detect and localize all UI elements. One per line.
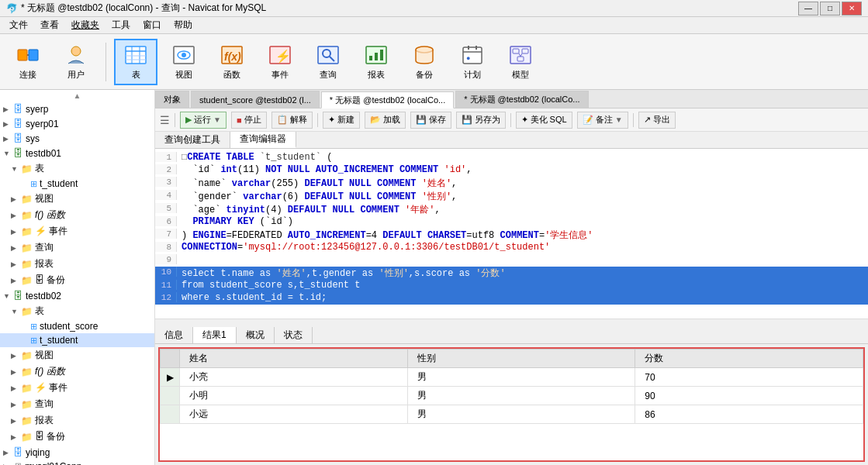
- result-tab-result1-label: 结果1: [202, 329, 227, 342]
- minimize-button[interactable]: —: [798, 2, 818, 16]
- main-layout: ▲ ▶ 🗄 syerp ▶ 🗄 syerp01 ▶ 🗄 sys ▼ 🗄 test…: [0, 90, 868, 465]
- result-tabs: 信息 结果1 概况 状态: [155, 327, 868, 344]
- save-button[interactable]: 💾 保存: [410, 112, 451, 129]
- menu-file[interactable]: 文件: [3, 17, 34, 33]
- sidebar-label: f() 函数: [35, 365, 65, 378]
- expand-arrow: ▶: [11, 195, 19, 203]
- app-icon: 🐬: [6, 3, 18, 14]
- sidebar-item-mysql01conn[interactable]: ▶ 🖥 mysql01Conn: [0, 460, 154, 465]
- sidebar-item-testdb01-functions[interactable]: ▶ 📁 f() 函数: [0, 207, 154, 223]
- table-row[interactable]: 小远 男 86: [161, 405, 863, 424]
- folder-icon: 📁: [21, 367, 33, 377]
- table-row[interactable]: 小明 男 90: [161, 387, 863, 405]
- comment-dropdown-icon: ▼: [615, 115, 623, 124]
- sidebar-scroll-up[interactable]: ▲: [0, 90, 154, 102]
- sidebar-item-t-student-db01[interactable]: ⊞ t_student: [0, 177, 154, 191]
- result-tab-overview[interactable]: 概况: [237, 327, 275, 343]
- load-button[interactable]: 📂 加载: [365, 112, 406, 129]
- beautify-button[interactable]: ✦ 美化 SQL: [516, 112, 572, 129]
- sidebar-item-student-score[interactable]: ⊞ student_score: [0, 319, 154, 333]
- sidebar-item-testdb02-backup[interactable]: ▶ 📁 🗄 备份: [0, 429, 154, 445]
- tab-untitled-2[interactable]: * 无标题 @testdb02 (localCo...: [455, 91, 588, 108]
- window-controls[interactable]: — □ ✕: [798, 2, 862, 16]
- sidebar-item-testdb01-backup[interactable]: ▶ 📁 🗄 备份: [0, 272, 154, 288]
- result-tab-result1[interactable]: 结果1: [193, 327, 237, 343]
- sidebar-label: 表: [35, 305, 44, 318]
- tool-table[interactable]: 表: [114, 39, 157, 85]
- report-icon: [364, 43, 389, 67]
- run-button[interactable]: ▶ 运行 ▼: [180, 112, 227, 129]
- menu-icon-button[interactable]: ☰: [160, 114, 170, 126]
- close-button[interactable]: ✕: [842, 2, 862, 16]
- menu-tools[interactable]: 工具: [105, 17, 137, 33]
- stop-button[interactable]: ■ 停止: [231, 112, 267, 129]
- tab-untitled-1[interactable]: * 无标题 @testdb02 (localCo...: [321, 91, 454, 108]
- sidebar-item-testdb02-functions[interactable]: ▶ 📁 f() 函数: [0, 363, 154, 380]
- tool-backup[interactable]: 备份: [403, 39, 446, 85]
- sidebar-item-testdb01-queries[interactable]: ▶ 📁 查询: [0, 239, 154, 256]
- sidebar-item-testdb01-reports[interactable]: ▶ 📁 报表: [0, 256, 154, 272]
- tab-student-score[interactable]: student_score @testdb02 (l...: [191, 91, 320, 108]
- sidebar-item-syerp[interactable]: ▶ 🗄 syerp: [0, 102, 154, 116]
- sidebar-item-syerp01[interactable]: ▶ 🗄 syerp01: [0, 116, 154, 131]
- tool-event[interactable]: ⚡ 事件: [258, 39, 302, 85]
- sidebar-label: 报表: [35, 257, 54, 270]
- export-button[interactable]: ↗ 导出: [638, 112, 676, 129]
- sidebar-item-testdb02-tables[interactable]: ▼ 📁 表: [0, 303, 154, 319]
- maximize-button[interactable]: □: [820, 2, 840, 16]
- tool-connect[interactable]: 连接: [6, 39, 50, 85]
- sidebar-item-testdb01-views[interactable]: ▶ 📁 视图: [0, 191, 154, 207]
- code-editor[interactable]: 1 □CREATE TABLE `t_student` ( 2 `id` int…: [155, 149, 868, 319]
- menu-view[interactable]: 查看: [34, 17, 65, 33]
- tool-function[interactable]: f(x) 函数: [210, 39, 254, 85]
- tool-function-label: 函数: [223, 69, 240, 81]
- title-bar: 🐬 * 无标题 @testdb02 (localConn) - 查询 - Nav…: [0, 0, 868, 17]
- sidebar-item-testdb02-reports[interactable]: ▶ 📁 报表: [0, 412, 154, 429]
- code-line-7: 7 ) ENGINE=FEDERATED AUTO_INCREMENT=4 DE…: [155, 229, 868, 242]
- result-tab-info[interactable]: 信息: [155, 327, 193, 343]
- saveas-label: 另存为: [475, 114, 500, 126]
- tool-view[interactable]: 视图: [162, 39, 206, 85]
- tab-untitled-2-label: * 无标题 @testdb02 (localCo...: [464, 94, 579, 105]
- saveas-icon: 💾: [462, 115, 472, 125]
- tool-model[interactable]: 模型: [499, 39, 542, 85]
- sidebar-label: student_score: [40, 321, 98, 332]
- tab-objects[interactable]: 对象: [155, 91, 189, 108]
- sidebar-item-testdb01-tables[interactable]: ▼ 📁 表: [0, 160, 154, 177]
- folder-icon: 📁: [21, 306, 33, 317]
- sidebar-item-testdb02[interactable]: ▼ 🗄 testdb02: [0, 288, 154, 303]
- query-icon: [316, 43, 341, 67]
- action-sep: [175, 113, 175, 127]
- tool-user[interactable]: 用户: [54, 39, 98, 85]
- sidebar-item-testdb01[interactable]: ▼ 🗄 testdb01: [0, 146, 154, 160]
- comment-button[interactable]: 📝 备注 ▼: [577, 112, 628, 129]
- table-row[interactable]: ▶ 小亮 男 70: [161, 368, 863, 387]
- sidebar-item-testdb02-views[interactable]: ▶ 📁 视图: [0, 347, 154, 363]
- query-tab-builder[interactable]: 查询创建工具: [155, 132, 230, 148]
- sidebar-item-t-student-db02[interactable]: ⊞ t_student: [0, 333, 154, 347]
- view-icon: [171, 43, 196, 67]
- explain-button[interactable]: 📋 解释: [271, 112, 313, 129]
- title-text: * 无标题 @testdb02 (localConn) - 查询 - Navic…: [21, 2, 266, 15]
- new-button[interactable]: ✦ 新建: [323, 112, 360, 129]
- result-tab-info-label: 信息: [164, 329, 183, 342]
- folder-icon: 📁: [21, 226, 33, 237]
- menu-help[interactable]: 帮助: [168, 17, 199, 33]
- menu-window[interactable]: 窗口: [137, 17, 168, 33]
- query-tab-editor-label: 查询编辑器: [240, 133, 286, 146]
- menu-favorites[interactable]: 收藏夹: [65, 17, 105, 33]
- svg-point-3: [71, 46, 81, 56]
- sidebar-item-testdb02-queries[interactable]: ▶ 📁 查询: [0, 396, 154, 412]
- sidebar-item-testdb02-events[interactable]: ▶ 📁 ⚡ 事件: [0, 380, 154, 396]
- saveas-button[interactable]: 💾 另存为: [456, 112, 506, 129]
- tool-report[interactable]: 报表: [354, 39, 398, 85]
- tool-query[interactable]: 查询: [306, 39, 350, 85]
- sidebar-item-yiqing[interactable]: ▶ 🗄 yiqing: [0, 445, 154, 460]
- result-tab-status[interactable]: 状态: [275, 327, 313, 343]
- sidebar-label: 表: [35, 162, 44, 175]
- sidebar-item-sys[interactable]: ▶ 🗄 sys: [0, 131, 154, 146]
- expand-arrow: ▶: [11, 228, 19, 236]
- sidebar-item-testdb01-events[interactable]: ▶ 📁 ⚡ 事件: [0, 223, 154, 239]
- query-tab-editor[interactable]: 查询编辑器: [230, 132, 296, 148]
- tool-schedule[interactable]: ● 计划: [451, 39, 494, 85]
